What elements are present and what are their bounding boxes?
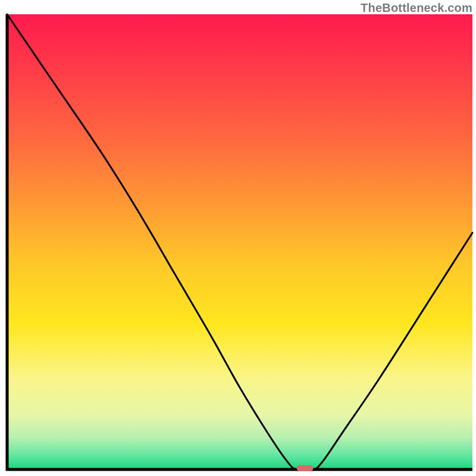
chart-canvas: TheBottleneck.com <box>0 0 476 476</box>
chart-background <box>7 14 472 469</box>
bottleneck-chart <box>0 0 476 476</box>
bottleneck-marker <box>296 465 313 471</box>
